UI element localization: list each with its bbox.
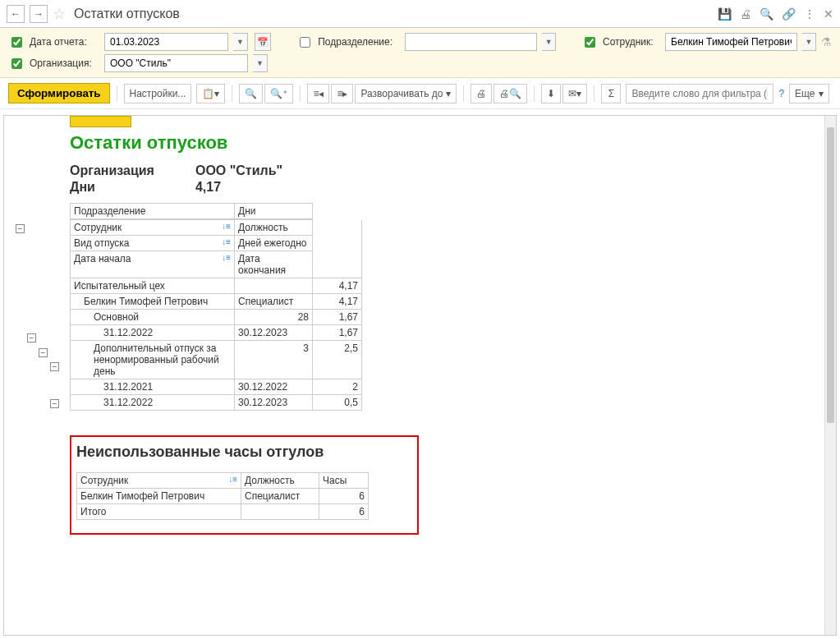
report-area: − − − − − Остатки отпусков Организация О… — [3, 115, 837, 636]
report-date-checkbox[interactable] — [11, 37, 22, 48]
col-days: Дни — [235, 204, 313, 219]
help-icon[interactable]: ? — [778, 88, 784, 99]
more-icon[interactable]: ⋮ — [804, 7, 815, 21]
table-row[interactable]: Основной281,67 — [71, 310, 362, 325]
report-date-input[interactable] — [108, 35, 224, 48]
table-row[interactable]: Испытательный цех4,17 — [71, 278, 362, 294]
org-input-wrap — [104, 54, 248, 72]
col-position: Должность — [235, 220, 313, 236]
page-title: Остатки отпусков — [74, 7, 713, 21]
tree-node-root[interactable]: − — [16, 224, 25, 233]
tree-node-dept[interactable]: − — [27, 333, 36, 342]
sort-icon: ↓≡ — [222, 222, 231, 231]
table-row[interactable]: Белкин Тимофей ПетровичСпециалист6 — [77, 489, 369, 504]
org-dropdown[interactable]: ▼ — [253, 54, 268, 72]
col-type[interactable]: Вид отпуска↓≡ — [71, 236, 235, 251]
favorite-icon[interactable]: ☆ — [53, 5, 66, 23]
sum-button[interactable]: Σ — [601, 84, 621, 103]
generate-button[interactable]: Сформировать — [8, 83, 110, 103]
org-header-value: ООО "Стиль" — [163, 163, 291, 180]
close-icon[interactable]: ✕ — [824, 7, 833, 21]
sort-icon: ↓≡ — [222, 237, 231, 246]
unused-hours-title: Неиспользованные часы отгулов — [76, 444, 412, 461]
table-row[interactable]: 31.12.202130.12.20222 — [71, 379, 362, 395]
table-header-row: Подразделение Дни — [71, 204, 313, 219]
tree-node-emp[interactable]: − — [39, 348, 48, 357]
report-date-dropdown[interactable]: ▼ — [233, 33, 247, 51]
col-dept: Подразделение — [71, 204, 235, 219]
scrollbar-thumb[interactable] — [827, 127, 834, 423]
filter-row-1: Дата отчета: ▼ 📅 Подразделение: ▼ Сотруд… — [8, 33, 832, 51]
content-corner-marker — [70, 116, 131, 127]
toolbar: Сформировать Настройки... 📋▾ 🔍 🔍⁺ ≡◂ ≡▸ … — [0, 78, 840, 109]
filter-panel: Дата отчета: ▼ 📅 Подразделение: ▼ Сотруд… — [0, 28, 840, 78]
report-date-calendar[interactable]: 📅 — [255, 33, 272, 51]
emp-dropdown[interactable]: ▼ — [802, 33, 816, 51]
col2-hours: Часы — [319, 473, 369, 489]
save-icon[interactable]: 💾 — [718, 7, 732, 21]
filter-funnel-icon[interactable]: ⚗ — [821, 35, 832, 48]
print-preview-button[interactable]: 🖨🔍 — [493, 84, 527, 103]
filter-row-2: Организация: ▼ — [8, 54, 832, 72]
report-date-label: Дата отчета: — [30, 36, 99, 48]
sort-icon: ↓≡ — [228, 475, 237, 484]
vertical-scrollbar[interactable] — [824, 116, 836, 635]
expand-to-button[interactable]: Разворачивать до ▾ — [355, 84, 457, 103]
col2-pos: Должность — [241, 473, 319, 489]
settings-button[interactable]: Настройки... — [124, 84, 192, 103]
title-icons: 💾 🖨 🔍 🔗 ⋮ ✕ — [718, 7, 833, 21]
emp-label: Сотрудник: — [603, 36, 660, 48]
emp-input-wrap — [665, 33, 797, 51]
link-icon[interactable]: 🔗 — [782, 7, 796, 21]
unused-hours-table: Сотрудник↓≡ Должность Часы Белкин Тимофе… — [76, 472, 369, 520]
total-value: 6 — [319, 504, 369, 520]
col-start[interactable]: Дата начала↓≡ — [71, 251, 235, 278]
tree-node-type1[interactable]: − — [50, 362, 59, 371]
sort-icon: ↓≡ — [222, 253, 231, 262]
print-button[interactable]: 🖨 — [470, 84, 492, 103]
dept-label: Подразделение: — [318, 36, 400, 48]
table-row[interactable]: Белкин Тимофей ПетровичСпециалист4,17 — [71, 294, 362, 310]
dept-input-wrap — [405, 33, 537, 51]
filter-word-input[interactable] — [626, 84, 773, 103]
unused-hours-section: Неиспользованные часы отгулов Сотрудник↓… — [70, 435, 419, 535]
tree-node-type2[interactable]: − — [50, 399, 59, 408]
collapse-button[interactable]: ≡▸ — [331, 84, 353, 103]
days-header-value: 4,17 — [163, 180, 291, 196]
find-next-button[interactable]: 🔍⁺ — [264, 84, 293, 103]
emp-checkbox[interactable] — [585, 37, 595, 48]
nav-forward-button[interactable]: → — [30, 5, 48, 23]
more-button[interactable]: Еще ▾ — [789, 84, 829, 103]
total-label: Итого — [77, 504, 241, 520]
org-label: Организация: — [30, 57, 99, 69]
table-row[interactable]: 31.12.202230.12.20231,67 — [71, 325, 362, 341]
titlebar: ← → ☆ Остатки отпусков 💾 🖨 🔍 🔗 ⋮ ✕ — [0, 0, 840, 28]
expand-button[interactable]: ≡◂ — [307, 84, 329, 103]
email-button[interactable]: ✉▾ — [562, 84, 587, 103]
table-row[interactable]: Дополнительный отпуск за ненормированный… — [71, 341, 362, 379]
main-data-table: Подразделение Дни — [70, 203, 313, 219]
report-date-input-wrap — [104, 33, 228, 51]
tree-gutter: − − − − − — [4, 116, 70, 635]
dept-checkbox[interactable] — [300, 37, 310, 48]
dept-input[interactable] — [409, 35, 533, 48]
col-emp[interactable]: Сотрудник↓≡ — [71, 220, 235, 236]
save-button[interactable]: ⬇ — [541, 84, 561, 103]
col-yearly: Дней ежегодно — [235, 236, 313, 251]
nav-back-button[interactable]: ← — [7, 5, 25, 23]
report-content: Остатки отпусков Организация ООО "Стиль"… — [70, 116, 824, 635]
preview-icon[interactable]: 🔍 — [760, 7, 773, 21]
copy-settings-button[interactable]: 📋▾ — [196, 84, 225, 103]
print-icon[interactable]: 🖨 — [740, 7, 751, 21]
org-input[interactable] — [108, 57, 244, 70]
org-checkbox[interactable] — [11, 58, 22, 69]
days-header-label: Дни — [70, 180, 163, 196]
more-label: Еще — [795, 88, 815, 99]
table-row[interactable]: 31.12.202230.12.20230,5 — [71, 395, 362, 411]
col-end: Дата окончания — [235, 251, 313, 278]
settings-label: Настройки... — [130, 88, 186, 99]
find-button[interactable]: 🔍 — [239, 84, 263, 103]
dept-dropdown[interactable]: ▼ — [542, 33, 556, 51]
col2-emp[interactable]: Сотрудник↓≡ — [77, 473, 241, 489]
emp-input[interactable] — [669, 35, 793, 48]
